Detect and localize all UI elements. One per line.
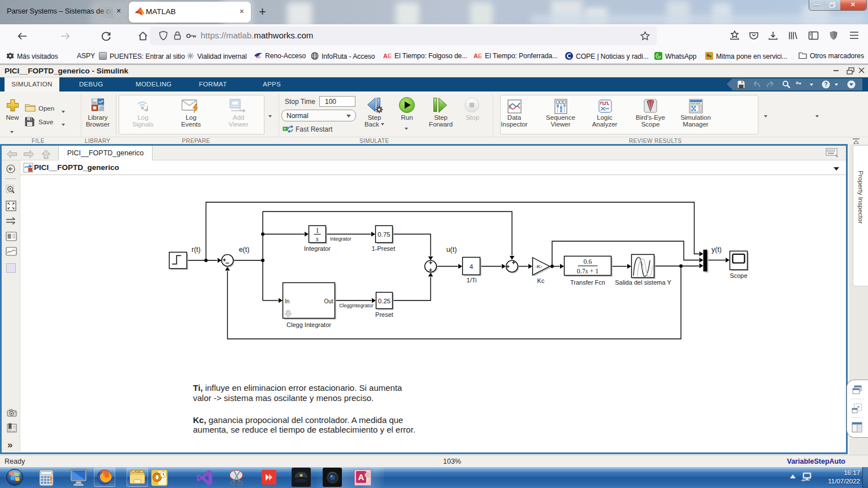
svg-text:1-Preset: 1-Preset: [372, 245, 396, 252]
svg-text:A: A: [358, 472, 364, 482]
svg-text:r(t): r(t): [192, 246, 201, 254]
svg-text:0.75: 0.75: [377, 231, 390, 238]
svg-text:Kc: Kc: [537, 277, 545, 284]
svg-text:Ti, influye en eliminacion err: Ti, influye en eliminacion error estacio…: [193, 383, 403, 393]
svg-text:e(t): e(t): [239, 246, 250, 254]
svg-text:0.6: 0.6: [584, 258, 592, 265]
svg-text:valor -> sistema mas oscilante: valor -> sistema mas oscilante y menos p…: [193, 393, 374, 403]
svg-text:In: In: [285, 298, 289, 304]
svg-text:0.7s + 1: 0.7s + 1: [577, 267, 598, 275]
svg-text:0.25: 0.25: [378, 298, 390, 304]
svg-text:1: 1: [315, 226, 319, 234]
svg-text:Kc, ganancia propocional del c: Kc, ganancia propocional del controlador…: [193, 415, 403, 425]
svg-text:4: 4: [470, 263, 474, 270]
svg-text:Integrator: Integrator: [304, 245, 331, 252]
svg-text:CleggIntegrator: CleggIntegrator: [339, 303, 374, 308]
svg-text:Integrator: Integrator: [330, 236, 351, 242]
svg-text:Transfer Fcn: Transfer Fcn: [570, 279, 605, 286]
svg-text:s: s: [316, 235, 319, 243]
svg-text:u(t): u(t): [446, 246, 457, 254]
svg-text:Salida del sistema Y: Salida del sistema Y: [615, 279, 671, 286]
svg-text:1/Ti: 1/Ti: [467, 277, 477, 284]
svg-text:-K-: -K-: [535, 263, 542, 269]
svg-text:Scope: Scope: [730, 272, 747, 279]
svg-text:Preset: Preset: [375, 311, 393, 318]
svg-text:?: ?: [824, 81, 827, 88]
svg-text:Clegg Integrator: Clegg Integrator: [287, 321, 331, 328]
svg-text:DGT: DGT: [256, 56, 261, 59]
svg-text:y(t): y(t): [711, 246, 722, 254]
svg-text:Out: Out: [324, 298, 333, 304]
svg-text:aumenta, se reduce el tiempo d: aumenta, se reduce el tiempo de establec…: [193, 425, 416, 434]
